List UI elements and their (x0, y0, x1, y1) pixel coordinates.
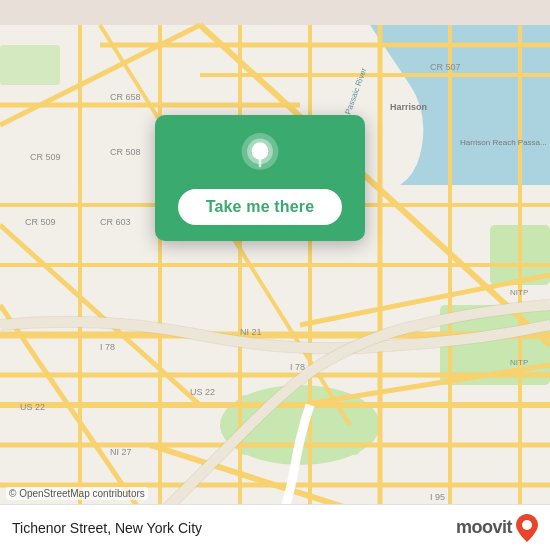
svg-text:CR 603: CR 603 (100, 217, 131, 227)
location-pin-icon (237, 133, 283, 179)
street-label: Tichenor Street, New York City (12, 520, 202, 536)
moovit-pin-icon (516, 514, 538, 542)
map-container: CR 658 CR 509 CR 508 CR 509 CR 603 CR 50… (0, 0, 550, 550)
svg-point-54 (522, 520, 532, 530)
svg-text:CR 507: CR 507 (430, 62, 461, 72)
take-me-there-button[interactable]: Take me there (178, 189, 343, 225)
location-card: Take me there (155, 115, 365, 241)
svg-text:CR 658: CR 658 (110, 92, 141, 102)
map-attribution: © OpenStreetMap contributors (6, 487, 148, 500)
svg-text:NI 21: NI 21 (240, 327, 262, 337)
svg-text:I 78: I 78 (100, 342, 115, 352)
svg-text:CR 509: CR 509 (25, 217, 56, 227)
svg-text:NITP: NITP (510, 358, 528, 367)
svg-text:Harrison Reach Passa...: Harrison Reach Passa... (460, 138, 547, 147)
moovit-logo: moovit (456, 514, 538, 542)
svg-text:NITP: NITP (510, 288, 528, 297)
svg-text:CR 509: CR 509 (30, 152, 61, 162)
svg-text:US 22: US 22 (190, 387, 215, 397)
svg-text:CR 508: CR 508 (110, 147, 141, 157)
moovit-brand-text: moovit (456, 517, 512, 538)
svg-text:Harrison: Harrison (390, 102, 427, 112)
map-background: CR 658 CR 509 CR 508 CR 509 CR 603 CR 50… (0, 0, 550, 550)
svg-text:NI 27: NI 27 (110, 447, 132, 457)
svg-point-53 (252, 142, 269, 159)
svg-text:I 78: I 78 (290, 362, 305, 372)
svg-text:US 22: US 22 (20, 402, 45, 412)
svg-text:I 95: I 95 (430, 492, 445, 502)
bottom-bar: Tichenor Street, New York City moovit (0, 504, 550, 550)
svg-rect-3 (0, 45, 60, 85)
